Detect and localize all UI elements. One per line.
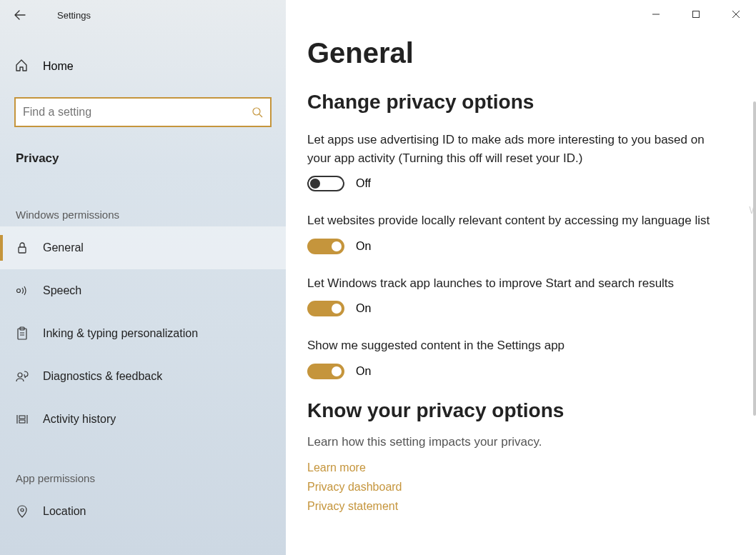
nav-item-general[interactable]: General <box>0 226 286 269</box>
search-container <box>14 97 272 127</box>
toggle-advertising-id[interactable] <box>307 176 344 191</box>
home-nav[interactable]: Home <box>0 44 286 89</box>
svg-point-13 <box>21 509 24 511</box>
location-icon <box>14 504 30 519</box>
nav-label: General <box>43 241 84 254</box>
toggle-state-label: On <box>356 302 371 315</box>
setting-advertising-id: Let apps use advertising ID to make ads … <box>307 131 715 191</box>
window-controls <box>636 0 756 29</box>
lock-icon <box>14 240 30 256</box>
nav-label: Diagnostics & feedback <box>43 370 162 383</box>
back-button[interactable] <box>6 1 34 29</box>
setting-language-list: Let websites provide locally relevant co… <box>307 211 715 254</box>
sidebar: Settings Home Privacy Windows permission… <box>0 0 286 555</box>
setting-suggested-content: Show me suggested content in the Setting… <box>307 336 715 379</box>
toggle-state-label: On <box>356 365 371 378</box>
setting-track-launches: Let Windows track app launches to improv… <box>307 274 715 317</box>
setting-desc: Let Windows track app launches to improv… <box>307 274 715 293</box>
feedback-icon <box>14 369 30 384</box>
nav-label: Location <box>43 505 86 518</box>
svg-rect-15 <box>693 11 700 18</box>
page-title: General <box>307 37 715 69</box>
nav-item-diagnostics[interactable]: Diagnostics & feedback <box>0 355 286 398</box>
home-label: Home <box>43 60 74 73</box>
nav-item-speech[interactable]: Speech <box>0 269 286 312</box>
link-privacy-dashboard[interactable]: Privacy dashboard <box>307 477 715 496</box>
scrollbar-thumb[interactable] <box>753 101 756 416</box>
link-learn-more[interactable]: Learn more <box>307 458 715 477</box>
toggle-state-label: On <box>356 240 371 253</box>
back-arrow-icon <box>14 9 26 21</box>
scrollbar[interactable] <box>749 101 756 555</box>
toggle-suggested-content[interactable] <box>307 364 344 379</box>
toggle-state-label: Off <box>356 177 371 190</box>
svg-line-1 <box>259 114 262 117</box>
svg-rect-2 <box>19 247 26 253</box>
minimize-button[interactable] <box>636 0 676 29</box>
svg-point-0 <box>253 108 260 115</box>
timeline-icon <box>14 411 30 427</box>
section-title-change-privacy: Change privacy options <box>307 91 715 114</box>
svg-point-3 <box>17 289 21 293</box>
toggle-track-launches[interactable] <box>307 301 344 316</box>
search-icon <box>252 106 263 118</box>
maximize-button[interactable] <box>676 0 716 29</box>
nav-label: Inking & typing personalization <box>43 327 198 340</box>
search-input[interactable] <box>23 106 252 119</box>
link-privacy-statement[interactable]: Privacy statement <box>307 496 715 516</box>
main-content: Windo General Change privacy options Let… <box>286 0 756 555</box>
section-header-windows-permissions: Windows permissions <box>16 209 286 221</box>
window-title: Settings <box>57 10 91 21</box>
svg-rect-12 <box>19 420 25 423</box>
svg-rect-11 <box>19 416 25 419</box>
minimize-icon <box>652 10 660 19</box>
clipboard-icon <box>14 326 30 341</box>
section-header-app-permissions: App permissions <box>16 472 286 484</box>
close-icon <box>732 10 740 19</box>
svg-point-8 <box>18 373 22 377</box>
nav-item-inking[interactable]: Inking & typing personalization <box>0 312 286 355</box>
setting-desc: Show me suggested content in the Setting… <box>307 336 715 355</box>
maximize-icon <box>692 10 700 19</box>
setting-desc: Let apps use advertising ID to make ads … <box>307 131 715 167</box>
titlebar: Settings <box>0 0 286 30</box>
section-title-know-privacy: Know your privacy options <box>307 399 715 422</box>
nav-item-activity[interactable]: Activity history <box>0 398 286 441</box>
home-icon <box>14 59 30 74</box>
close-button[interactable] <box>716 0 756 29</box>
nav-label: Activity history <box>43 413 116 426</box>
category-title: Privacy <box>16 151 286 166</box>
search-box[interactable] <box>14 97 272 127</box>
setting-desc: Let websites provide locally relevant co… <box>307 211 715 230</box>
nav-item-location[interactable]: Location <box>0 490 286 533</box>
know-privacy-desc: Learn how this setting impacts your priv… <box>307 435 715 449</box>
speech-icon <box>14 283 30 299</box>
toggle-language-list[interactable] <box>307 239 344 254</box>
nav-label: Speech <box>43 284 81 297</box>
